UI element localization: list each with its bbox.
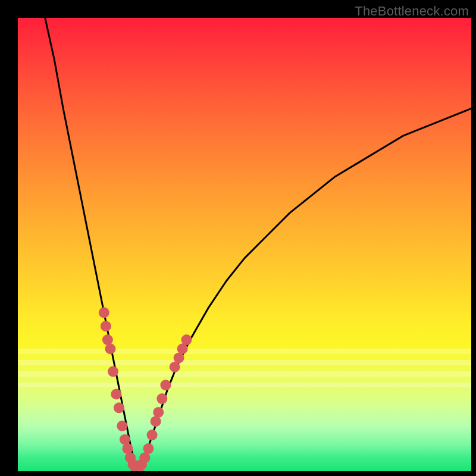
data-point — [156, 393, 167, 404]
data-point — [101, 321, 111, 331]
data-point — [160, 380, 171, 390]
data-point — [111, 389, 121, 399]
data-point — [151, 416, 161, 427]
bottleneck-curve — [45, 18, 471, 469]
bottleneck-curve-svg — [18, 18, 471, 471]
data-point — [147, 430, 158, 440]
plot-area — [18, 18, 471, 471]
data-point — [143, 443, 154, 454]
data-point — [114, 402, 124, 413]
data-point — [99, 307, 109, 318]
data-point — [108, 366, 118, 377]
data-point — [122, 443, 133, 454]
data-point — [153, 407, 164, 418]
data-point — [117, 421, 127, 431]
watermark-text: TheBottleneck.com — [355, 4, 469, 19]
data-point — [120, 434, 130, 445]
data-point — [105, 343, 115, 354]
chart-frame: TheBottleneck.com — [0, 0, 476, 476]
data-point — [181, 334, 192, 345]
data-point — [102, 334, 113, 345]
